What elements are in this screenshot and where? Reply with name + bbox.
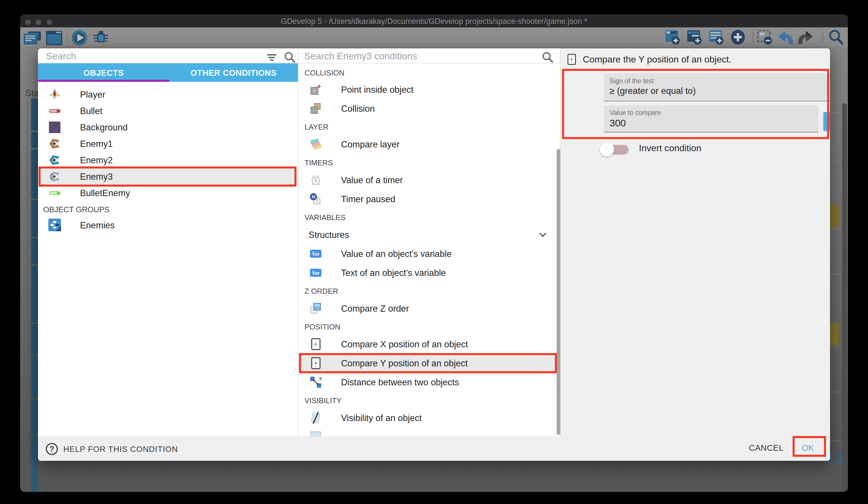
visibility-icon — [309, 412, 322, 424]
annotation-box-enemy3 — [39, 167, 297, 187]
event-condition-cell — [31, 471, 38, 492]
point-inside-icon — [309, 83, 322, 96]
condition-label: Distance between two objects — [341, 377, 459, 387]
condition-label: Visibility of an object — [341, 413, 422, 423]
undo-icon[interactable] — [777, 30, 794, 44]
tab-objects[interactable]: OBJECTS — [38, 63, 169, 82]
redo-icon[interactable] — [797, 30, 814, 44]
toolbar-divider — [67, 31, 68, 43]
events-grid-line — [27, 99, 28, 492]
object-row-enemy2[interactable]: Enemy2 — [38, 152, 298, 169]
main-toolbar — [20, 27, 848, 47]
events-row-divider — [830, 274, 841, 274]
cancel-button[interactable]: CANCEL — [749, 443, 784, 453]
object-row-background[interactable]: Background — [38, 119, 298, 135]
condition-label: Point inside object — [341, 85, 414, 95]
timer-paused-icon — [309, 193, 322, 205]
object-label: BulletEnemy — [80, 188, 130, 199]
invert-toggle-thumb[interactable] — [600, 142, 614, 157]
annotation-box-ok — [793, 436, 826, 457]
debugger-icon[interactable] — [93, 30, 109, 45]
titlebar: GDevelop 5 - /Users/dkarakay/Documents/G… — [20, 14, 848, 27]
section-header: LAYER — [304, 123, 555, 132]
layers-icon — [309, 138, 322, 151]
events-row-divider — [830, 112, 841, 113]
enemy1-sprite-icon — [48, 137, 61, 150]
enemy2-sprite-icon — [48, 154, 61, 167]
add-comment-icon[interactable] — [709, 30, 724, 44]
active-tab-indicator — [38, 80, 169, 82]
events-scrollbar[interactable] — [842, 103, 847, 492]
bulletenemy-sprite-icon — [48, 187, 61, 199]
add-subevent-icon[interactable] — [687, 30, 702, 44]
expander-label: Structures — [309, 230, 349, 240]
condition-row-variable-value[interactable]: Var Value of an object's variable — [298, 244, 557, 263]
section-header: VARIABLES — [304, 213, 555, 222]
chevron-down-icon — [538, 230, 548, 240]
scene-tab-label: Sta — [25, 88, 39, 99]
play-icon[interactable] — [71, 30, 87, 46]
conditions-scrollbar[interactable] — [557, 149, 560, 435]
object-row-enemy1[interactable]: Enemy1 — [38, 135, 298, 152]
condition-row-timer-value[interactable]: Value of a timer — [298, 171, 557, 190]
object-label: Enemy1 — [80, 139, 113, 149]
variable-icon: Var — [309, 248, 322, 260]
object-label: Bullet — [80, 106, 102, 117]
condition-row-timer-paused[interactable]: Timer paused — [298, 190, 557, 209]
events-sheet-icon[interactable] — [24, 31, 41, 44]
condition-label: Compare Z order — [341, 304, 409, 314]
condition-row-variable-text[interactable]: Var Text of an object's variable — [298, 263, 557, 282]
tab-other-conditions[interactable]: OTHER CONDITIONS — [169, 63, 298, 82]
distance-icon: ? — [309, 376, 322, 389]
condition-label: Timer paused — [341, 194, 395, 204]
invert-condition-label: Invert condition — [639, 143, 701, 153]
left-panel-tabbar: OBJECTS OTHER CONDITIONS — [38, 63, 298, 82]
toolbar-search-icon[interactable] — [828, 29, 844, 45]
annotation-box-fields — [562, 69, 829, 139]
expander-row-structures[interactable]: Structures — [298, 225, 557, 244]
dialog-footer: ? HELP FOR THIS CONDITION CANCEL OK — [38, 437, 830, 461]
background-sprite-icon — [48, 121, 61, 134]
add-event-icon[interactable] — [665, 30, 680, 44]
group-row-enemies[interactable]: Enemies — [38, 216, 298, 234]
position-grid-icon — [566, 53, 578, 65]
event-condition-cell — [31, 132, 38, 148]
events-row-divider — [830, 347, 841, 347]
annotation-box-compare-y — [299, 353, 557, 373]
window-title: GDevelop 5 - /Users/dkarakay/Documents/G… — [20, 14, 848, 27]
svg-text:?: ? — [319, 376, 322, 382]
add-circle-icon[interactable] — [730, 29, 746, 45]
event-condition-cell — [31, 238, 38, 264]
event-condition-cell — [31, 400, 38, 434]
variable-icon: Var — [309, 266, 322, 279]
object-row-bullet[interactable]: Bullet — [38, 103, 298, 119]
event-condition-cell — [31, 435, 38, 470]
object-label: Player — [80, 90, 105, 100]
condition-label: Compare layer — [341, 139, 400, 150]
events-row-divider — [830, 161, 841, 162]
group-label: Enemies — [80, 220, 115, 231]
timer-icon — [309, 174, 322, 187]
condition-row-compare-x[interactable]: Compare X position of an object — [298, 335, 557, 354]
highlighted-action-cell — [830, 323, 839, 346]
condition-row-visibility[interactable]: Visibility of an object — [298, 409, 557, 427]
conditions-search-input[interactable]: Search Enemy3 conditions — [304, 51, 417, 62]
svg-text:Var: Var — [312, 270, 320, 276]
condition-row-compare-z-order[interactable]: Compare Z order — [298, 299, 557, 318]
condition-row-point-inside[interactable]: Point inside object — [298, 80, 557, 99]
object-row-player[interactable]: Player — [38, 87, 298, 103]
condition-row-distance[interactable]: ? Distance between two objects — [298, 373, 557, 392]
condition-row-compare-layer[interactable]: Compare layer — [298, 135, 557, 154]
object-row-bulletenemy[interactable]: BulletEnemy — [38, 185, 298, 201]
condition-row-collision[interactable]: Collision — [298, 99, 557, 118]
scene-editor-icon[interactable] — [46, 31, 62, 45]
z-order-icon — [309, 302, 322, 315]
filter-icon[interactable] — [265, 51, 278, 63]
highlighted-action-cell — [830, 204, 839, 228]
object-groups-header: OBJECT GROUPS — [43, 205, 110, 214]
remove-event-icon[interactable] — [757, 30, 773, 44]
bullet-sprite-icon — [48, 104, 61, 117]
events-row-divider — [830, 441, 841, 441]
objects-search-input[interactable]: Search — [46, 51, 76, 62]
enemies-group-icon — [48, 219, 61, 231]
